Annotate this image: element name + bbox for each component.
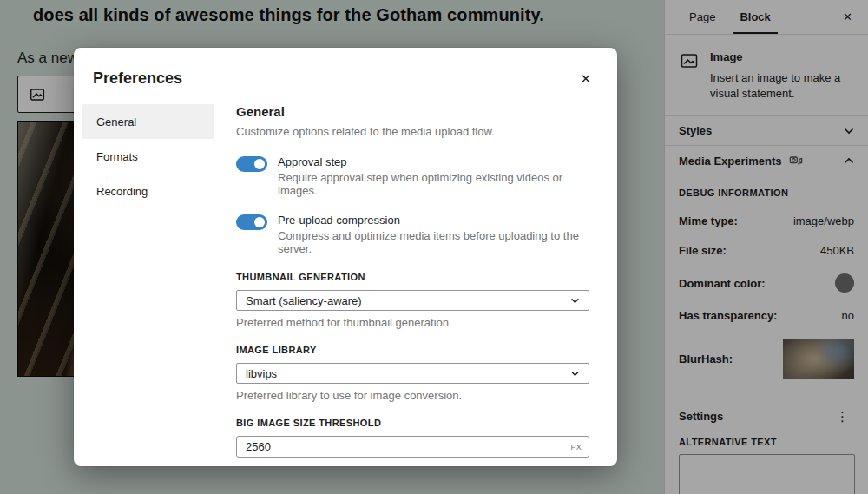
toggle-row-approval-step: Approval step Require approval step when… <box>236 155 589 197</box>
thumbnail-generation-select[interactable]: Smart (saliency-aware) <box>236 290 589 311</box>
input-unit-suffix: PX <box>570 443 582 451</box>
thumbnail-generation-label: Thumbnail generation <box>236 272 589 282</box>
approval-step-toggle[interactable] <box>236 156 267 172</box>
image-library-help: Preferred library to use for image conve… <box>236 389 589 402</box>
toggle-label: Pre-upload compression <box>278 214 589 227</box>
preferences-nav: General Formats Recording <box>82 104 214 458</box>
preferences-modal: Preferences ✕ General Formats Recording … <box>74 48 617 466</box>
image-library-select[interactable]: libvips <box>236 363 589 384</box>
toggle-row-pre-upload-compression: Pre-upload compression Compress and opti… <box>236 214 589 255</box>
select-value: Smart (saliency-aware) <box>246 294 362 307</box>
toggle-help: Compress and optimize media items before… <box>278 229 589 255</box>
image-library-label: Image library <box>236 345 589 355</box>
close-modal-icon[interactable]: ✕ <box>576 69 595 89</box>
toggle-help: Require approval step when optimizing ex… <box>278 171 589 197</box>
chevron-down-icon <box>570 371 580 377</box>
nav-item-formats[interactable]: Formats <box>82 139 214 174</box>
modal-header: Preferences ✕ <box>74 48 617 101</box>
big-image-size-threshold-input[interactable]: 2560 PX <box>236 436 589 458</box>
input-value: 2560 <box>246 440 271 453</box>
preferences-content: General Customize options related to the… <box>236 104 589 458</box>
pre-upload-compression-toggle[interactable] <box>236 214 267 230</box>
section-title: General <box>236 104 589 119</box>
select-value: libvips <box>246 367 277 380</box>
section-description: Customize options related to the media u… <box>236 125 589 138</box>
chevron-down-icon <box>570 298 580 304</box>
nav-item-general[interactable]: General <box>82 104 214 139</box>
toggle-label: Approval step <box>278 155 589 168</box>
modal-title: Preferences <box>93 69 182 88</box>
nav-item-recording[interactable]: Recording <box>82 174 214 208</box>
big-image-size-threshold-label: Big image size threshold <box>236 418 589 428</box>
thumbnail-generation-help: Preferred method for thumbnail generatio… <box>236 316 589 329</box>
